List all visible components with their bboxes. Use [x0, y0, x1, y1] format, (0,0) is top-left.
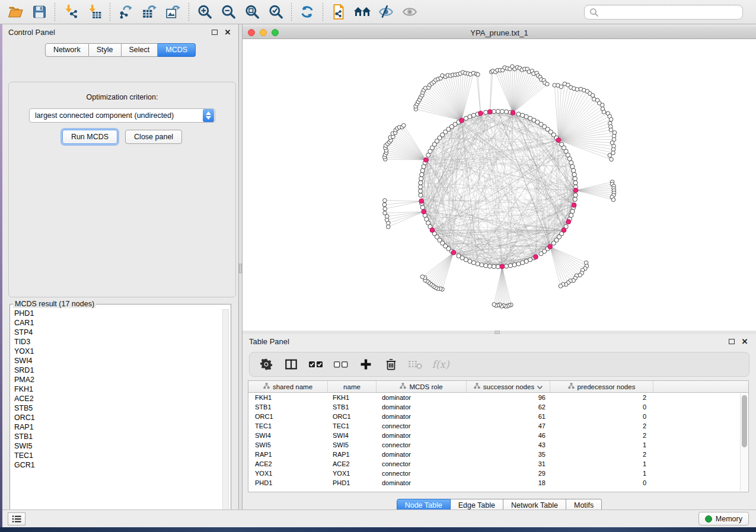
show-all-button[interactable]: [400, 2, 420, 21]
column-label: shared name: [273, 383, 312, 390]
mcds-result-item[interactable]: YOX1: [14, 347, 231, 356]
table-row[interactable]: TEC1TEC1connector472: [248, 421, 748, 431]
optimization-criterion-select[interactable]: largest connected component (undirected): [29, 108, 215, 123]
table-row[interactable]: SWI4SWI4dominator462: [248, 431, 748, 440]
import-network-button[interactable]: [60, 2, 81, 21]
table-row[interactable]: PHD1PHD1dominator180: [248, 478, 748, 488]
mcds-result-item[interactable]: CAR1: [14, 318, 231, 328]
refresh-view-button[interactable]: [297, 2, 317, 21]
import-table-button[interactable]: [84, 2, 104, 21]
table-row[interactable]: YOX1YOX1connector291: [248, 469, 748, 478]
search-box[interactable]: [584, 5, 743, 20]
float-panel-button[interactable]: [210, 27, 219, 37]
memory-status-icon: [705, 515, 712, 523]
hide-selected-button[interactable]: [376, 2, 396, 21]
run-mcds-button[interactable]: Run MCDS: [62, 130, 117, 144]
mcds-result-item[interactable]: STB5: [14, 403, 231, 413]
close-icon: ✕: [225, 28, 231, 37]
task-history-button[interactable]: [8, 512, 25, 525]
scrollbar-thumb[interactable]: [742, 395, 747, 447]
mcds-result-item[interactable]: STP4: [14, 328, 231, 337]
table-scrollbar[interactable]: [740, 393, 748, 491]
clone-network-button[interactable]: [328, 2, 349, 21]
column-header-predecessor-nodes[interactable]: predecessor nodes: [550, 381, 653, 392]
table-body: FKH1FKH1dominator962STB1STB1dominator620…: [248, 393, 748, 488]
zoom-in-icon: [197, 4, 213, 20]
memory-button[interactable]: Memory: [698, 512, 749, 525]
float-table-panel-button[interactable]: [727, 336, 736, 346]
network-canvas[interactable]: [243, 39, 756, 331]
deselect-all-rows-button[interactable]: [331, 355, 350, 374]
mcds-result-item[interactable]: RAP1: [14, 422, 231, 432]
float-icon: [729, 339, 735, 344]
node-table: shared namenameMCDS rolesuccessor nodesp…: [248, 380, 749, 492]
zoom-fit-button[interactable]: [242, 2, 262, 21]
table-toolbar: f(x): [249, 352, 749, 377]
table-row[interactable]: FKH1FKH1dominator962: [248, 393, 748, 402]
cell-predecessors: 0: [550, 412, 653, 421]
mcds-result-item[interactable]: PHD1: [14, 309, 231, 318]
table-row[interactable]: STB1STB1dominator620: [248, 402, 748, 412]
mcds-result-item[interactable]: PMA2: [14, 375, 231, 384]
zoom-out-button[interactable]: [218, 2, 238, 21]
mcds-result-item[interactable]: GCR1: [14, 460, 231, 470]
tab-mcds[interactable]: MCDS: [158, 43, 196, 57]
column-header-shared-name[interactable]: shared name: [248, 381, 328, 392]
mcds-result-item[interactable]: ACE2: [14, 394, 231, 403]
list-scrollbar[interactable]: [222, 309, 229, 514]
zoom-fit-icon: [244, 4, 260, 20]
network-window-titlebar[interactable]: YPA_prune.txt_1: [243, 27, 756, 39]
cell-name: STB1: [328, 402, 377, 412]
cell-name: FKH1: [328, 393, 377, 402]
tab-network[interactable]: Network: [45, 43, 89, 57]
network-view[interactable]: [243, 39, 756, 331]
close-table-panel-button[interactable]: ✕: [740, 336, 749, 346]
splitter-handle[interactable]: [239, 264, 242, 273]
mcds-result-item[interactable]: ORC1: [14, 413, 231, 422]
trash-icon: [385, 358, 397, 371]
export-table-button[interactable]: [139, 2, 160, 21]
export-network-button[interactable]: [116, 2, 136, 21]
close-panel-button[interactable]: ✕: [223, 27, 232, 37]
cell-shared_name: ACE2: [248, 459, 328, 469]
table-row[interactable]: RAP1RAP1dominator352: [248, 450, 748, 459]
column-header-MCDS-role[interactable]: MCDS role: [377, 381, 467, 392]
tab-style[interactable]: Style: [89, 43, 122, 57]
close-mcds-panel-button[interactable]: Close panel: [125, 130, 182, 144]
delete-column-button[interactable]: [381, 355, 400, 374]
show-columns-button[interactable]: [282, 355, 301, 374]
mcds-tab-content: Optimization criterion: largest connecte…: [8, 82, 236, 297]
mcds-result-item[interactable]: SRD1: [14, 366, 231, 375]
select-all-rows-button[interactable]: [307, 355, 326, 374]
mcds-result-item[interactable]: SWI5: [14, 441, 231, 451]
tab-select[interactable]: Select: [122, 43, 158, 57]
zoom-in-button[interactable]: [194, 2, 215, 21]
export-image-button[interactable]: [163, 2, 183, 21]
table-row[interactable]: ORC1ORC1dominator610: [248, 412, 748, 421]
column-header-successor-nodes[interactable]: successor nodes: [467, 381, 550, 392]
table-row[interactable]: ACE2ACE2connector311: [248, 459, 748, 469]
mcds-result-title: MCDS result (17 nodes): [13, 300, 96, 308]
open-file-button[interactable]: [5, 2, 25, 21]
function-builder-button[interactable]: f(x): [431, 355, 450, 374]
mcds-result-item[interactable]: TID3: [14, 337, 231, 347]
search-input[interactable]: [599, 8, 738, 17]
save-session-button[interactable]: [29, 2, 49, 21]
cell-name: ACE2: [328, 459, 377, 469]
float-icon: [212, 30, 218, 35]
column-header-name[interactable]: name: [328, 381, 377, 392]
mcds-result-item[interactable]: STB1: [14, 432, 231, 441]
delete-table-button[interactable]: [406, 355, 425, 374]
first-neighbors-button[interactable]: [352, 2, 372, 21]
plus-icon: [359, 358, 372, 371]
create-column-button[interactable]: [356, 355, 375, 374]
mcds-result-item[interactable]: SWI4: [14, 356, 231, 366]
mcds-result-list[interactable]: PHD1CAR1STP4TID3YOX1SWI4SRD1PMA2FKH1ACE2…: [10, 308, 231, 517]
column-label: name: [343, 383, 361, 390]
table-settings-button[interactable]: [257, 355, 276, 374]
mcds-result-item[interactable]: FKH1: [14, 384, 231, 394]
table-row[interactable]: SWI5SWI5connector431: [248, 440, 748, 450]
mcds-result-item[interactable]: TEC1: [14, 451, 231, 460]
cell-successors: 31: [467, 459, 550, 469]
zoom-selected-button[interactable]: [266, 2, 286, 21]
